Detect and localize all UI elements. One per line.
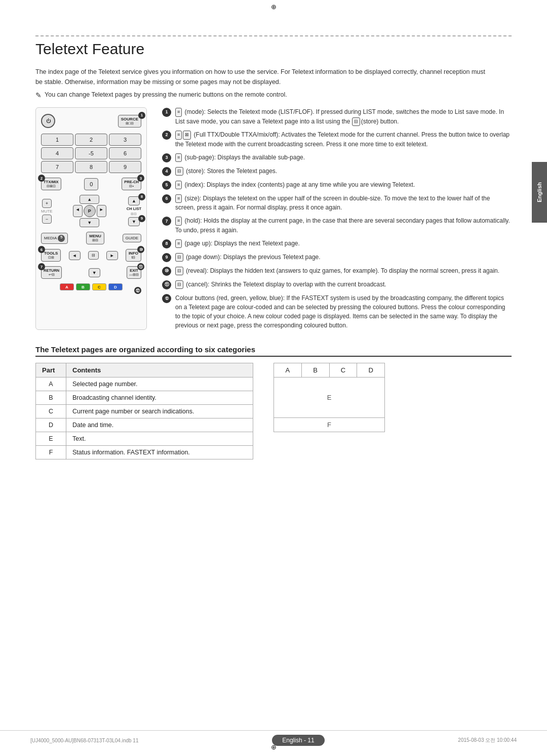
instr-item-5: 5 ≡ (index): Displays the index (content… xyxy=(162,180,512,190)
instr-item-7: 7 ≡ (hold): Holds the display at the cur… xyxy=(162,216,512,235)
instr-num-3: 3 xyxy=(162,153,171,162)
instr-text-12: Colour buttons (red, green, yellow, blue… xyxy=(175,293,512,330)
col-header-contents: Contents xyxy=(66,363,253,377)
badge-6: 6 xyxy=(38,246,45,253)
top-crosshair: ⊕ xyxy=(271,3,277,11)
tt-cell-b: B xyxy=(302,363,330,377)
media-button: MEDIA5 xyxy=(41,233,68,244)
store-icon-inline: ⊟ xyxy=(352,117,360,127)
arrow-down: ▼ xyxy=(89,268,100,277)
contents-a: Selected page number. xyxy=(66,377,253,391)
num-0: 0 xyxy=(84,178,98,190)
instr-text-9: ⊟ (page down): Displays the previous Tel… xyxy=(175,253,321,262)
tools-info-row: TOOLS ⊡⊞ 6 ◄ ⊟ ► INFO t⊟ ⑩ xyxy=(41,249,141,262)
instr-text-7: ≡ (hold): Holds the display at the curre… xyxy=(175,216,512,235)
table-row: F Status information. FASTEXT informatio… xyxy=(36,445,253,459)
contents-b: Broadcasting channel identity. xyxy=(66,391,253,404)
num-9: 9 xyxy=(109,161,141,173)
side-tab: English xyxy=(532,162,547,223)
table-section: The Teletext pages are organized accordi… xyxy=(35,345,512,459)
note-text: ✎ You can change Teletext pages by press… xyxy=(35,91,512,99)
instr-icon-11: ⊟ xyxy=(175,280,183,289)
color-btn-a: A xyxy=(60,283,74,290)
part-f: F xyxy=(36,445,66,459)
media-menu-row: MEDIA5 MENU ⊞⊟ GUIDE xyxy=(41,232,141,244)
color-btn-c: C xyxy=(92,283,106,290)
vol-nav-row: + MUTE − ▲ ◄ P ► ▼ xyxy=(41,195,141,227)
arrow-left: ◄ xyxy=(69,251,81,260)
part-c: C xyxy=(36,404,66,418)
power-button: ⏻ xyxy=(41,114,55,128)
instr-icon-2b: ⊠ xyxy=(183,131,191,140)
numpad: 1 2 3 4 -5 6 7 8 9 xyxy=(41,134,141,173)
instr-item-6: 6 ≡ (size): Displays the teletext on the… xyxy=(162,194,512,213)
instr-item-8: 8 ≡ (page up): Displays the next Teletex… xyxy=(162,239,512,248)
badge-1: 1 xyxy=(138,112,145,119)
nav-ok: P xyxy=(84,205,96,217)
instr-icon-7: ≡ xyxy=(175,217,182,226)
col-header-part: Part xyxy=(36,363,66,377)
instr-text-10: ⊟ (reveal): Displays the hidden text (an… xyxy=(175,266,499,276)
note-icon: ✎ xyxy=(35,91,42,99)
contents-e: Text. xyxy=(66,432,253,445)
nav-up: ▲ xyxy=(80,195,99,204)
instr-icon-6: ≡ xyxy=(175,194,182,203)
color-btn-b: B xyxy=(76,283,90,290)
num-3: 3 xyxy=(109,134,141,146)
table-layout: Part Contents A Selected page number. B … xyxy=(35,363,512,459)
remote-inner: ⏻ SOURCE ⊞□⊟ 1 1 2 3 4 -5 xyxy=(41,114,141,292)
instr-item-4: 4 ⊟ (store): Stores the Teletext pages. xyxy=(162,166,512,176)
nav-left: ◄ xyxy=(73,205,83,217)
instr-item-12: ⑫ Colour buttons (red, green, yellow, bl… xyxy=(162,293,512,330)
table-row: A Selected page number. xyxy=(36,377,253,391)
tt-main-area: E xyxy=(274,377,384,418)
table-row: D Date and time. xyxy=(36,418,253,432)
instr-item-11: ⑪ ⊟ (cancel): Shrinks the Teletext displ… xyxy=(162,280,512,289)
num-5: -5 xyxy=(75,147,107,159)
instructions-list: 1 ≡ (mode): Selects the Teletext mode (L… xyxy=(162,107,512,330)
teletext-diagram: A B C D E F xyxy=(274,363,385,432)
badge-10: ⑩ xyxy=(137,246,144,253)
badge-7: 7 xyxy=(38,263,45,270)
instr-icon-4: ⊟ xyxy=(175,167,183,176)
instr-icon-5: ≡ xyxy=(175,181,182,190)
contents-d: Date and time. xyxy=(66,418,253,432)
page-title: Teletext Feature xyxy=(35,40,512,58)
instr-num-12: ⑫ xyxy=(162,294,171,303)
footer-timestamp: 2015-08-03 오전 10:00:44 xyxy=(458,737,517,744)
instr-num-5: 5 xyxy=(162,181,171,190)
instr-num-9: 9 xyxy=(162,253,171,262)
page-container: ⊕ English Teletext Feature The index pag… xyxy=(0,0,547,756)
instr-text-6: ≡ (size): Displays the teletext on the u… xyxy=(175,194,512,213)
square-btn: ⊟ xyxy=(88,251,99,260)
color-buttons-row: A B C D xyxy=(60,283,123,290)
table-row: B Broadcasting channel identity. xyxy=(36,391,253,404)
instr-text-11: ⊟ (cancel): Shrinks the Teletext display… xyxy=(175,280,386,289)
tt-cell-c: C xyxy=(330,363,358,377)
remote-diagram: ⏻ SOURCE ⊞□⊟ 1 1 2 3 4 -5 xyxy=(35,107,147,330)
num-7: 7 xyxy=(41,161,73,173)
badge-11: ⑪ xyxy=(137,263,144,270)
instr-num-11: ⑪ xyxy=(162,280,171,289)
footer-file-info: [UJ4000_5000-AU]BN68-07313T-03L04.indb 1… xyxy=(30,738,139,743)
instr-text-4: ⊟ (store): Stores the Teletext pages. xyxy=(175,166,277,176)
vol-up: + xyxy=(42,199,52,208)
instr-num-10: ⑩ xyxy=(162,267,171,276)
side-tab-label: English xyxy=(536,182,542,202)
guide-button: GUIDE xyxy=(123,234,141,242)
instr-item-10: ⑩ ⊟ (reveal): Displays the hidden text (… xyxy=(162,266,512,276)
instr-num-2: 2 xyxy=(162,131,171,140)
instr-icon-1: ≡ xyxy=(175,108,182,117)
instr-text-8: ≡ (page up): Displays the next Teletext … xyxy=(175,239,300,248)
instr-icon-10: ⊟ xyxy=(175,267,183,276)
instr-num-1: 1 xyxy=(162,108,171,117)
contents-f: Status information. FASTEXT information. xyxy=(66,445,253,459)
data-table: Part Contents A Selected page number. B … xyxy=(35,363,253,459)
part-b: B xyxy=(36,391,66,404)
num-8: 8 xyxy=(75,161,107,173)
badge-2: 2 xyxy=(38,175,45,182)
main-content: ⏻ SOURCE ⊞□⊟ 1 1 2 3 4 -5 xyxy=(35,107,512,330)
table-title: The Teletext pages are organized accordi… xyxy=(35,345,512,357)
instr-text-5: ≡ (index): Displays the index (contents)… xyxy=(175,180,415,190)
instr-icon-9: ⊟ xyxy=(175,253,183,262)
